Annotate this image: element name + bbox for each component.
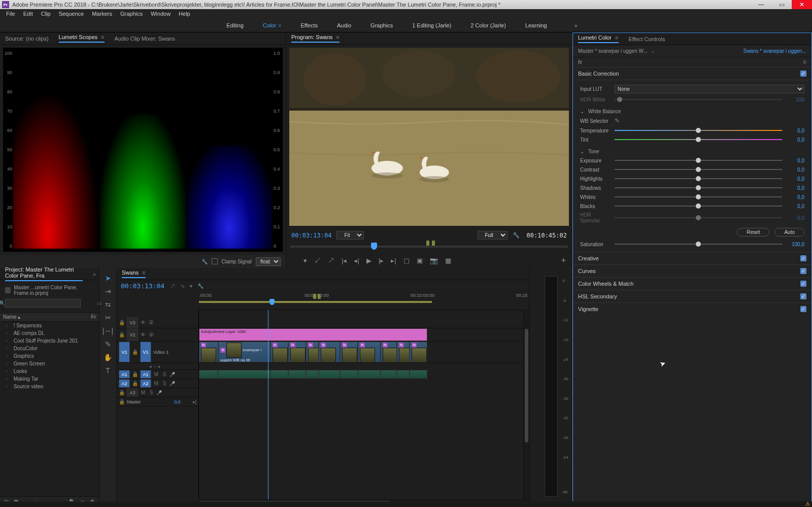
voice-over-icon[interactable]: 🎤 — [156, 390, 162, 395]
work-area-bar[interactable] — [199, 301, 432, 303]
lumetri-section-color-wheels-match[interactable]: Color Wheels & Match✓ — [573, 277, 811, 290]
blacks-slider[interactable] — [615, 203, 782, 209]
bin-item[interactable]: › Looks — [0, 367, 99, 375]
timeline-settings-icon[interactable]: 🔧 — [197, 283, 204, 289]
marker-icon[interactable] — [432, 241, 435, 246]
extract-button[interactable]: ▣ — [417, 257, 423, 264]
warning-icon[interactable]: ⚠ — [805, 501, 810, 506]
lock-icon[interactable]: 🔒 — [132, 349, 138, 355]
lock-icon[interactable]: 🔒 — [132, 371, 138, 377]
mark-out-button[interactable]: ⸕ — [328, 257, 334, 264]
bin-item[interactable]: › ! Sequences — [0, 322, 99, 329]
chevron-right-icon[interactable]: › — [6, 361, 8, 366]
track-prev-icon[interactable]: ◂ — [149, 364, 152, 369]
scrub-out-handle[interactable]: ◦ — [290, 244, 292, 250]
source-tab-0[interactable]: Source: (no clips) — [5, 36, 49, 42]
play-button[interactable]: ▶ — [366, 257, 371, 264]
chevron-right-icon[interactable]: › — [6, 331, 8, 335]
menu-sequence[interactable]: Sequence — [55, 11, 88, 17]
go-to-out-button[interactable]: ▸| — [391, 257, 396, 264]
source-tab-2[interactable]: Audio Clip Mixer: Swans — [115, 36, 175, 42]
section-toggle[interactable]: ✓ — [800, 281, 806, 287]
track-target-A1[interactable]: A1 — [140, 370, 151, 379]
adjustment-layer-clip[interactable]: fxAdjustment Layer 1080 — [199, 328, 427, 341]
track-target-V3[interactable]: V3 — [127, 317, 138, 328]
source-tab-1[interactable]: Lumetri Scopes ≡ — [59, 34, 105, 43]
saturation-value[interactable]: 100,0 — [786, 242, 804, 247]
solo-button[interactable]: S — [161, 381, 167, 386]
eyedropper-icon[interactable]: ✎ — [615, 117, 620, 124]
type-tool[interactable]: T — [106, 366, 110, 375]
new-bin-icon[interactable]: ▭ — [97, 300, 101, 306]
chevron-right-icon[interactable]: › — [6, 384, 8, 389]
workspace-color[interactable]: Color≡ — [261, 22, 284, 28]
section-toggle[interactable]: ✓ — [800, 306, 806, 312]
hand-tool[interactable]: ✋ — [104, 353, 112, 361]
zoom-fit-select[interactable]: Fit — [336, 231, 364, 240]
chevron-right-icon[interactable]: › — [6, 339, 8, 343]
track-add-icon[interactable]: ○ — [154, 364, 156, 369]
section-toggle[interactable]: ✓ — [800, 293, 806, 299]
scopes-settings-icon[interactable]: 🔧 — [201, 259, 208, 264]
tint-value[interactable]: 0,0 — [786, 137, 804, 143]
voice-over-icon[interactable]: 🎤 — [170, 372, 175, 377]
project-tab[interactable]: Project: Master The Lumetri Color Pane, … — [5, 266, 83, 281]
step-back-button[interactable]: ◂| — [354, 257, 359, 264]
program-timecode-current[interactable]: 00:03:13:04 — [291, 232, 331, 239]
column-framerate[interactable]: Fr — [91, 314, 96, 320]
temperature-value[interactable]: 0,0 — [786, 128, 804, 133]
lumetri-tab-0[interactable]: Lumetri Color ≡ — [578, 35, 619, 43]
sync-lock-icon[interactable]: ⦿ — [148, 332, 154, 337]
audio-clip[interactable] — [288, 370, 306, 379]
menu-file[interactable]: File — [2, 11, 19, 17]
sequence-tab[interactable]: Swans ≡ — [122, 269, 146, 278]
track-target-v1[interactable]: V1 — [140, 342, 151, 362]
workspace-effects[interactable]: Effects — [299, 22, 320, 28]
selection-tool[interactable]: ➤ — [105, 274, 111, 282]
audio-clip[interactable] — [358, 370, 381, 379]
exposure-value[interactable]: 0,0 — [786, 158, 804, 163]
video-clip[interactable]: fx — [270, 342, 288, 362]
audio-meter[interactable]: 0-6-12-18-24-30-36-42-48-54dB — [545, 276, 558, 497]
chevron-down-icon[interactable]: ⌄ — [580, 149, 584, 154]
workspace-learning[interactable]: Learning — [523, 22, 549, 28]
track-target-A2[interactable]: A2 — [140, 379, 151, 388]
panel-overflow-icon[interactable]: » — [93, 271, 96, 277]
go-to-end-icon[interactable]: ▸| — [193, 399, 196, 404]
track-select-tool[interactable]: ⇥ — [105, 287, 111, 295]
menu-window[interactable]: Window — [147, 11, 175, 17]
video-clip[interactable]: fx — [288, 342, 306, 362]
sync-lock-icon[interactable]: ⦿ — [148, 320, 154, 325]
timeline-marker[interactable] — [318, 294, 321, 299]
project-search-input[interactable] — [5, 299, 81, 308]
audio-clip[interactable] — [319, 370, 340, 379]
audio-clip[interactable] — [270, 370, 288, 379]
lock-icon[interactable]: 🔒 — [119, 332, 125, 337]
chevron-right-icon[interactable]: › — [6, 346, 8, 351]
bin-item[interactable]: › DocuColor — [0, 345, 99, 352]
bin-item[interactable]: › Source video — [0, 383, 99, 390]
bin-item[interactable]: › Green Screen — [0, 360, 99, 367]
bin-item[interactable]: › Graphics — [0, 352, 99, 360]
source-patch-A1[interactable]: A1 — [119, 370, 130, 379]
ripple-edit-tool[interactable]: ⇆ — [105, 300, 111, 309]
video-clip[interactable]: fxto svane — [381, 342, 397, 362]
highlights-slider[interactable] — [615, 176, 782, 182]
temperature-slider[interactable] — [615, 127, 782, 133]
video-clip[interactable]: fx — [340, 342, 358, 362]
lock-icon[interactable]: 🔒 — [119, 320, 125, 325]
tint-slider[interactable] — [615, 137, 782, 143]
whites-value[interactable]: 0,0 — [786, 194, 804, 200]
slip-tool[interactable]: |↔| — [103, 327, 113, 335]
timeline-vertical-scrollbar[interactable] — [523, 310, 529, 499]
menu-edit[interactable]: Edit — [19, 11, 37, 17]
chevron-right-icon[interactable]: › — [6, 377, 8, 381]
exposure-slider[interactable] — [615, 157, 782, 163]
playhead-icon[interactable] — [371, 243, 377, 250]
shadows-slider[interactable] — [615, 185, 782, 191]
source-patch-v1[interactable]: V1 — [119, 342, 130, 362]
section-toggle[interactable]: ✓ — [800, 255, 806, 261]
lock-icon[interactable]: 🔒 — [132, 381, 138, 386]
track-target-A3[interactable]: A3 — [127, 388, 138, 397]
lumetri-section-curves[interactable]: Curves✓ — [573, 264, 811, 277]
